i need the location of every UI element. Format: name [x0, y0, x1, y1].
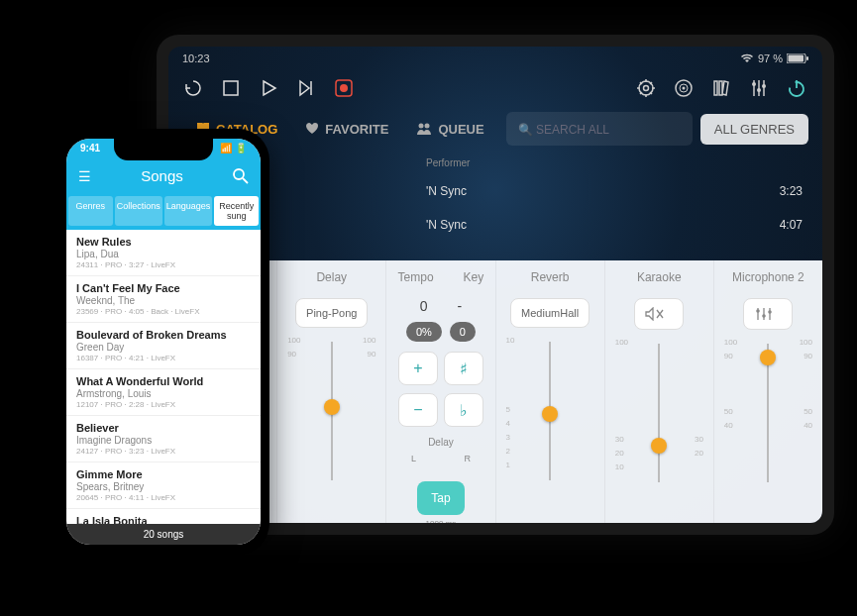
phone-title: Songs — [141, 167, 183, 184]
karaoke-slider[interactable]: 100 30 20 10 30 20 — [609, 338, 709, 513]
phone-tabs: Genres Collections Languages Recently su… — [66, 192, 261, 230]
col-performer: Performer — [426, 157, 803, 168]
phone-footer: 20 songs — [66, 524, 261, 545]
tempo-pct: 0% — [406, 322, 442, 342]
reverb-slider[interactable]: 10 5 4 3 2 1 — [500, 336, 600, 513]
power-icon[interactable] — [785, 76, 808, 100]
tab-queue[interactable]: QUEUE — [402, 114, 497, 145]
svg-point-12 — [757, 88, 761, 92]
phone-screen: 9:41 📶 🔋 ☰ Songs Genres Collections Lang… — [66, 139, 261, 545]
key-sharp-button[interactable]: ♯ — [444, 352, 483, 385]
tempo-plus-button[interactable]: + — [398, 352, 438, 385]
tempo-value: 0 — [420, 298, 428, 314]
restart-button[interactable] — [182, 77, 204, 99]
list-item[interactable]: I Can't Feel My FaceWeeknd, The23569 · P… — [66, 276, 261, 323]
delay-mode-button[interactable]: Ping-Pong — [295, 298, 368, 328]
svg-point-5 — [340, 84, 348, 92]
svg-point-17 — [757, 309, 761, 313]
svg-point-16 — [425, 124, 430, 129]
tempo-minus-button[interactable]: − — [398, 393, 438, 427]
library-icon[interactable] — [709, 76, 733, 100]
list-item[interactable]: What A Wonderful WorldArmstrong, Louis12… — [66, 369, 261, 416]
phone-header: ☰ Songs — [66, 157, 261, 192]
delay-slider[interactable]: 100 90 100 90 — [281, 336, 381, 513]
svg-rect-3 — [224, 81, 238, 95]
phone-song-list[interactable]: New RulesLipa, Dua24311 · PRO · 3:27 · L… — [66, 230, 261, 545]
reverb-column: Reverb MediumHall 10 5 4 3 2 1 — [496, 260, 605, 523]
record-button[interactable] — [333, 77, 355, 99]
svg-point-20 — [234, 169, 244, 179]
key-flat-button[interactable]: ♭ — [444, 393, 483, 427]
tab-genres[interactable]: Genres — [68, 196, 113, 226]
phone-status-time: 9:41 — [80, 143, 100, 154]
search-icon[interactable] — [233, 168, 249, 184]
svg-point-11 — [752, 82, 756, 86]
tempo-key-column: Tempo Key 0 - 0% 0 + ♯ − ♭ Delay LR Tap … — [386, 260, 495, 523]
menu-icon[interactable]: ☰ — [78, 168, 91, 184]
toolbar — [168, 70, 822, 106]
tab-favorite[interactable]: FAVORITE — [291, 114, 402, 145]
svg-rect-1 — [789, 55, 804, 62]
svg-point-7 — [644, 86, 649, 91]
phone-notch — [114, 139, 213, 160]
next-button[interactable] — [295, 77, 317, 99]
status-time: 10:23 — [182, 52, 210, 64]
disc-icon[interactable] — [672, 76, 696, 100]
tab-languages[interactable]: Languages — [164, 196, 213, 226]
battery-icon — [787, 53, 808, 63]
delay-column: Delay Ping-Pong 100 90 100 90 — [277, 260, 386, 523]
status-battery: 97 % — [758, 52, 783, 64]
people-icon — [416, 122, 432, 136]
list-item[interactable]: Boulevard of Broken DreamsGreen Day16387… — [66, 323, 261, 369]
stop-button[interactable] — [220, 77, 242, 99]
key-zero: 0 — [450, 322, 476, 342]
mixer-icon[interactable] — [747, 76, 771, 100]
mic2-column: Microphone 2 100 90 50 40 100 90 50 40 — [714, 260, 822, 523]
nav-bar: CATALOG FAVORITE QUEUE 🔍 SEARCH ALL ALL … — [168, 106, 822, 152]
tab-collections[interactable]: Collections — [115, 196, 162, 226]
list-item[interactable]: Gimme MoreSpears, Britney20645 · PRO · 4… — [66, 462, 261, 509]
tap-ms: 1000 ms — [426, 519, 457, 523]
reverb-mode-button[interactable]: MediumHall — [510, 298, 589, 328]
heart-icon — [305, 122, 319, 136]
svg-point-13 — [762, 84, 766, 88]
phone-device: 9:41 📶 🔋 ☰ Songs Genres Collections Lang… — [57, 129, 269, 555]
karaoke-mute-button[interactable] — [634, 298, 684, 330]
key-value: - — [457, 298, 462, 314]
play-button[interactable] — [258, 77, 279, 99]
tab-recently-sung[interactable]: Recently sung — [214, 196, 259, 226]
genres-dropdown[interactable]: ALL GENRES — [700, 114, 808, 145]
list-item[interactable]: New RulesLipa, Dua24311 · PRO · 3:27 · L… — [66, 230, 261, 276]
tap-button[interactable]: Tap — [417, 481, 464, 515]
wifi-icon — [740, 53, 754, 63]
karaoke-column: Karaoke 100 30 20 10 30 20 — [605, 260, 714, 523]
mic2-slider[interactable]: 100 90 50 40 100 90 50 40 — [718, 338, 818, 513]
svg-point-18 — [763, 314, 767, 318]
status-bar: 10:23 97 % — [168, 47, 822, 70]
svg-point-19 — [769, 310, 773, 314]
svg-rect-2 — [806, 56, 808, 60]
svg-point-10 — [683, 87, 686, 90]
settings-icon[interactable] — [634, 76, 658, 100]
svg-point-15 — [419, 124, 424, 129]
list-item[interactable]: BelieverImagine Dragons24127 · PRO · 3:2… — [66, 416, 261, 462]
mic2-eq-button[interactable] — [743, 298, 793, 330]
phone-status-icons: 📶 🔋 — [220, 143, 247, 154]
search-input[interactable]: 🔍 SEARCH ALL — [506, 112, 693, 146]
